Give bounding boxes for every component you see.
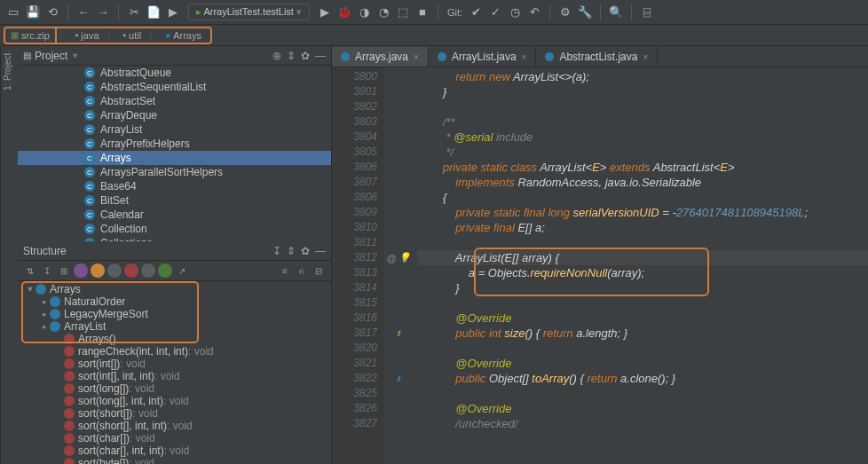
copy-icon[interactable]: 📄 (146, 4, 162, 20)
code-editor[interactable]: return new ArrayList<>(a); } /** * @seri… (412, 67, 868, 464)
s-lambda-icon[interactable] (124, 263, 138, 278)
structure-tree-item[interactable]: rangeCheck(int, int, int): void (18, 345, 331, 358)
code-line[interactable]: return new ArrayList<>(a); (417, 69, 868, 84)
structure-tree-item[interactable]: sort(char[], int, int): void (18, 444, 331, 457)
breadcrumb-part-1[interactable]: ▪util (118, 28, 147, 43)
editor-tab[interactable]: ArrayList.java× (429, 47, 537, 67)
project-tree-item[interactable]: CArrayList (18, 122, 331, 137)
project-tree-item[interactable]: CAbstractQueue (18, 66, 331, 80)
git-revert-icon[interactable]: ↶ (526, 4, 542, 20)
cut-icon[interactable]: ✂ (126, 4, 142, 20)
project-tree-item[interactable]: CCollection (18, 222, 331, 236)
s-autoscroll-icon[interactable]: ↗ (175, 263, 189, 278)
redo-icon[interactable]: → (95, 4, 111, 20)
code-line[interactable]: */ (417, 145, 868, 160)
run-configuration[interactable]: ▸ ArrayListTest.testList ▾ (188, 4, 310, 20)
s-inherited-icon[interactable] (91, 263, 105, 278)
code-line[interactable]: } (417, 84, 868, 99)
code-line[interactable] (417, 295, 868, 311)
project-tree-item[interactable]: CArrayDeque (18, 108, 331, 122)
code-line[interactable]: * @serial include (417, 130, 868, 145)
debug-icon[interactable]: 🐞 (336, 4, 352, 20)
gear-icon[interactable]: ✿ (301, 245, 310, 257)
breadcrumb-part-0[interactable]: ▪java (70, 28, 105, 43)
project-tree-item[interactable]: CBase64 (18, 179, 331, 193)
structure-tree-item[interactable]: Arrays() (18, 333, 331, 345)
code-line[interactable]: private static class ArrayList<E> extend… (417, 160, 868, 175)
project-tree-item[interactable]: CArrayPrefixHelpers (18, 137, 331, 151)
sync-icon[interactable]: ⟲ (44, 4, 60, 20)
project-tree[interactable]: CAbstractQueueCAbstractSequentialListCAb… (18, 66, 331, 241)
code-line[interactable]: @Override (417, 356, 868, 371)
code-line[interactable]: private static final long serialVersionU… (417, 205, 868, 220)
structure-icon[interactable]: ⌸ (639, 4, 655, 20)
s-layout-icon[interactable]: ⊟ (312, 263, 326, 278)
s-anon-icon[interactable] (107, 263, 122, 278)
s-sort-alpha-icon[interactable]: ⇅ (23, 263, 37, 278)
gear-icon[interactable]: ✿ (301, 50, 310, 62)
coverage-icon[interactable]: ◑ (356, 4, 372, 20)
close-icon[interactable]: × (414, 52, 419, 62)
project-tree-item[interactable]: CArrays (18, 151, 331, 165)
code-line[interactable]: /** (417, 114, 868, 130)
code-line[interactable]: ArrayList(E[] array) { (417, 250, 868, 265)
s-group-icon[interactable]: ⊞ (57, 263, 71, 278)
structure-tree-item[interactable]: sort(int[]): void (18, 358, 331, 370)
code-line[interactable]: a = Objects.requireNonNull(array); (417, 265, 868, 280)
run-icon[interactable]: ▶ (317, 4, 333, 20)
code-line[interactable]: implements RandomAccess, java.io.Seriali… (417, 175, 868, 190)
s-sort-vis-icon[interactable]: ↧ (40, 263, 54, 278)
git-update-icon[interactable]: ✔ (468, 4, 484, 20)
project-tree-item[interactable]: CCalendar (18, 208, 331, 222)
code-line[interactable]: @Override (417, 401, 868, 416)
code-line[interactable]: private final E[] a; (417, 220, 868, 235)
target-icon[interactable]: ⊕ (272, 50, 281, 62)
hide-icon[interactable]: — (315, 245, 326, 257)
code-line[interactable]: public Object[] toArray() { return a.clo… (417, 371, 868, 386)
s-nonpublic-icon[interactable] (141, 263, 155, 278)
code-line[interactable]: /unchecked/ (417, 416, 868, 431)
project-tree-item[interactable]: CArraysParallelSortHelpers (18, 165, 331, 179)
structure-tree-item[interactable]: ▸ArrayList (18, 320, 331, 333)
project-tree-item[interactable]: CBitSet (18, 193, 331, 208)
code-line[interactable] (417, 341, 868, 356)
hide-icon[interactable]: — (315, 50, 326, 62)
save-icon[interactable]: 💾 (25, 4, 41, 20)
structure-tree-item[interactable]: ▸NaturalOrder (18, 295, 331, 308)
undo-icon[interactable]: ← (75, 4, 91, 20)
git-history-icon[interactable]: ◷ (507, 4, 523, 20)
editor-tab[interactable]: Arrays.java× (332, 47, 429, 67)
close-icon[interactable]: × (522, 52, 527, 62)
code-line[interactable]: @Override (417, 311, 868, 326)
structure-tree-item[interactable]: sort(long[]): void (18, 382, 331, 395)
breadcrumb-root[interactable]: ▦src.zip (4, 27, 55, 44)
project-tree-item[interactable]: CAbstractSet (18, 94, 331, 108)
code-line[interactable]: { (417, 190, 868, 205)
structure-tree[interactable]: ▼Arrays▸NaturalOrder▸LegacyMergeSort▸Arr… (18, 281, 331, 464)
breadcrumb-part-2[interactable]: ●Arrays (160, 28, 207, 43)
s-props-icon[interactable] (158, 263, 172, 278)
attach-icon[interactable]: ⬚ (395, 4, 411, 20)
profile-icon[interactable]: ◔ (375, 4, 391, 20)
structure-tree-item[interactable]: ▸LegacyMergeSort (18, 308, 331, 320)
git-commit-icon[interactable]: ✓ (487, 4, 503, 20)
open-icon[interactable]: ▭ (5, 4, 21, 20)
code-line[interactable] (417, 386, 868, 401)
search-icon[interactable]: 🔍 (608, 4, 624, 20)
s-collapse-icon[interactable]: ≡ (278, 263, 292, 278)
code-line[interactable]: public int size() { return a.length; } (417, 326, 868, 341)
stop-icon[interactable]: ■ (414, 4, 430, 20)
wrench-icon[interactable]: 🔧 (577, 4, 593, 20)
structure-tree-item[interactable]: sort(byte[]): void (18, 457, 331, 464)
code-line[interactable]: } (417, 280, 868, 295)
structure-tree-item[interactable]: sort(long[], int, int): void (18, 395, 331, 407)
structure-tree-item[interactable]: sort(char[]): void (18, 432, 331, 444)
s-fields-icon[interactable] (74, 263, 88, 278)
code-line[interactable] (417, 99, 868, 114)
close-icon[interactable]: × (643, 52, 648, 62)
expand-icon[interactable]: ⇕ (287, 245, 296, 257)
hammer-icon[interactable]: ▶ (165, 4, 181, 20)
Project-toolwindow-tab[interactable]: 1: Project (0, 46, 18, 464)
structure-tree-item[interactable]: sort(short[]): void (18, 407, 331, 420)
collapse-icon[interactable]: ⇕ (287, 50, 296, 62)
